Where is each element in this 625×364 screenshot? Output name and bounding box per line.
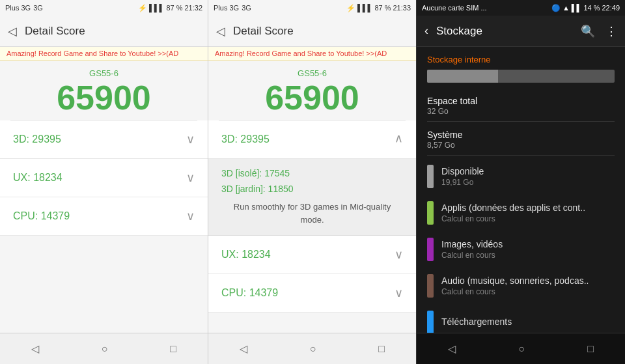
nav-back-3[interactable]: ◁ xyxy=(432,337,471,360)
storage-sub-images: Calcul en cours xyxy=(441,251,615,260)
back-button-2[interactable]: ◁ xyxy=(216,24,225,38)
score-number-1: 65900 xyxy=(57,81,151,115)
search-icon-3[interactable]: 🔍 xyxy=(581,24,595,38)
storage-content: Stockage interne Espace total 32 Go Syst… xyxy=(417,47,625,333)
storage-divider-2 xyxy=(427,155,615,156)
storage-sub-audio: Calcul en cours xyxy=(441,287,615,296)
ad-banner-2[interactable]: Amazing! Record Game and Share to Youtub… xyxy=(208,47,416,61)
battery-3: 14 % xyxy=(583,4,600,12)
nav-recent-3[interactable]: □ xyxy=(572,338,609,360)
detail-row-jardin: 3D [jardin]: 11850 xyxy=(221,184,403,194)
storage-item-telechargements[interactable]: Téléchargements xyxy=(417,304,625,333)
chevron-cpu-2: ∨ xyxy=(395,286,403,300)
nav-recent-2[interactable]: □ xyxy=(363,338,400,360)
nav-home-3[interactable]: ○ xyxy=(503,338,540,360)
status-bar-2: Plus 3G 3G ⚡ ▌▌▌ 87 % 21:33 xyxy=(208,0,416,16)
nav-recent-1[interactable]: □ xyxy=(154,338,192,360)
score-row-cpu-2[interactable]: CPU: 14379 ∨ xyxy=(208,274,416,313)
label-ux-1: UX: 18234 xyxy=(13,172,62,184)
score-section-1: GS55-6 65900 xyxy=(0,61,208,120)
carrier-2: Plus 3G xyxy=(214,4,239,12)
score-row-3d-1[interactable]: 3D: 29395 ∨ xyxy=(0,120,208,159)
storage-sub-applis: Calcul en cours xyxy=(441,214,615,223)
chevron-3d-1: ∨ xyxy=(186,132,195,147)
storage-label-images: Images, vidéos xyxy=(441,239,615,249)
panel-storage: Aucune carte SIM ... 🔵 ▲ ▌▌ 14 % 22:49 ‹… xyxy=(417,0,625,364)
bluetooth-icon-1: ⚡ xyxy=(138,4,147,12)
storage-label-audio: Audio (musique, sonneries, podcas.. xyxy=(441,275,615,286)
storage-system-value: 8,57 Go xyxy=(427,141,615,150)
storage-item-images[interactable]: Images, vidéos Calcul en cours xyxy=(417,231,625,268)
label-cpu-2: CPU: 14379 xyxy=(221,287,278,299)
nav-home-1[interactable]: ○ xyxy=(86,338,124,360)
header-title-2: Detail Score xyxy=(233,25,294,38)
carrier-3: Aucune carte SIM ... xyxy=(422,4,487,12)
nav-back-2[interactable]: ◁ xyxy=(224,337,263,360)
status-bar-1: Plus 3G 3G ⚡ ▌▌▌ 87 % 21:32 xyxy=(0,0,208,16)
header-icons-3: 🔍 ⋮ xyxy=(581,24,617,38)
signal-icon-3: ▌▌ xyxy=(572,4,582,12)
chevron-3d-2: ∨ xyxy=(395,132,403,147)
chevron-ux-1: ∨ xyxy=(186,171,195,185)
storage-system-row: Système 8,57 Go xyxy=(417,124,625,152)
storage-item-disponible[interactable]: Disponible 19,91 Go xyxy=(417,158,625,195)
battery-2: 87 % xyxy=(374,4,391,12)
label-3d-2: 3D: 29395 xyxy=(221,133,270,145)
back-button-3[interactable]: ‹ xyxy=(424,24,428,38)
score-section-2: GS55-6 65900 xyxy=(208,61,416,120)
storage-bar-used xyxy=(427,70,498,83)
storage-label-applis: Applis (données des applis et cont.. xyxy=(441,203,615,213)
more-icon-3[interactable]: ⋮ xyxy=(605,24,617,38)
storage-total-value: 32 Go xyxy=(427,107,615,116)
storage-system-label: Système xyxy=(427,130,615,140)
storage-total-label: Espace total xyxy=(427,96,615,106)
panel-detail-score-1: Plus 3G 3G ⚡ ▌▌▌ 87 % 21:32 ◁ Detail Sco… xyxy=(0,0,208,364)
storage-icon-audio xyxy=(427,274,434,298)
device-label-1: GS55-6 xyxy=(89,68,118,78)
storage-sub-disponible: 19,91 Go xyxy=(441,178,615,187)
detail-desc: Run smoothly for 3D games in Mid-quality… xyxy=(221,201,403,226)
time-2: 21:33 xyxy=(393,4,411,12)
label-ux-2: UX: 18234 xyxy=(221,249,271,260)
score-row-cpu-1[interactable]: CPU: 14379 ∨ xyxy=(0,197,208,236)
nav-home-2[interactable]: ○ xyxy=(294,338,332,360)
header-title-1: Detail Score xyxy=(25,25,85,38)
chevron-cpu-1: ∨ xyxy=(186,209,195,223)
header-title-3: Stockage xyxy=(436,25,482,38)
time-3: 22:49 xyxy=(602,4,620,12)
carrier-1: Plus 3G xyxy=(5,4,31,12)
nav-bar-1: ◁ ○ □ xyxy=(0,333,208,364)
storage-item-applis[interactable]: Applis (données des applis et cont.. Cal… xyxy=(417,195,625,231)
storage-bar xyxy=(427,70,615,83)
detail-box-3d: 3D [isolé]: 17545 3D [jardin]: 11850 Run… xyxy=(208,159,416,236)
header-3: ‹ Stockage 🔍 ⋮ xyxy=(417,16,625,47)
time-1: 21:32 xyxy=(184,4,202,12)
nav-back-1[interactable]: ◁ xyxy=(16,337,55,360)
signal-icon-1: ▌▌▌ xyxy=(149,4,164,12)
score-rows-1: 3D: 29395 ∨ UX: 18234 ∨ CPU: 14379 ∨ xyxy=(0,120,208,333)
storage-icon-applis xyxy=(427,201,434,225)
storage-total-row: Espace total 32 Go xyxy=(417,91,625,119)
header-1: ◁ Detail Score xyxy=(0,16,208,47)
battery-1: 87 % xyxy=(166,4,182,12)
label-3d-1: 3D: 29395 xyxy=(13,133,61,145)
back-button-1[interactable]: ◁ xyxy=(8,24,17,38)
score-row-3d-2[interactable]: 3D: 29395 ∨ xyxy=(208,120,416,159)
network-icon-2: 3G xyxy=(242,4,251,12)
storage-icon-telechargements xyxy=(427,311,434,333)
storage-section-label: Stockage interne xyxy=(417,47,625,70)
ad-banner-1[interactable]: Amazing! Record Game and Share to Youtub… xyxy=(0,47,208,61)
chevron-ux-2: ∨ xyxy=(395,247,403,262)
storage-label-telechargements: Téléchargements xyxy=(441,316,615,327)
bluetooth-icon-2: ⚡ xyxy=(346,4,355,12)
storage-icon-images xyxy=(427,238,434,261)
storage-item-audio[interactable]: Audio (musique, sonneries, podcas.. Calc… xyxy=(417,268,625,304)
panel-detail-score-2: Plus 3G 3G ⚡ ▌▌▌ 87 % 21:33 ◁ Detail Sco… xyxy=(208,0,417,364)
nav-bar-2: ◁ ○ □ xyxy=(208,333,416,364)
score-row-ux-1[interactable]: UX: 18234 ∨ xyxy=(0,159,208,197)
signal-icon-2: ▌▌▌ xyxy=(357,4,372,12)
wifi-icon-3: ▲ xyxy=(562,4,570,12)
score-row-ux-2[interactable]: UX: 18234 ∨ xyxy=(208,236,416,274)
score-number-2: 65900 xyxy=(265,81,359,115)
network-icon-1: 3G xyxy=(33,4,43,12)
